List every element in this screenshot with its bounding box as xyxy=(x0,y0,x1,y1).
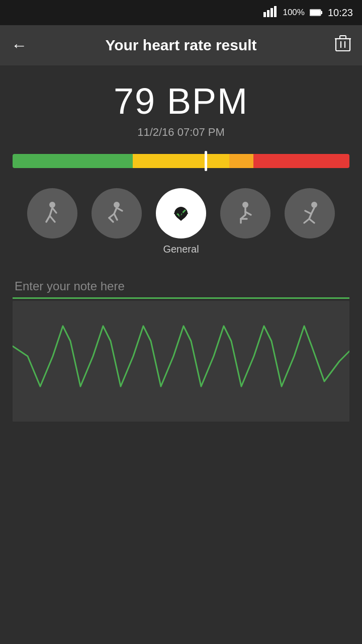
bpm-timestamp: 11/2/16 07:07 PM xyxy=(137,126,225,139)
hr-bar-marker xyxy=(205,151,207,171)
signal-icon xyxy=(263,6,278,20)
delete-button[interactable] xyxy=(335,35,351,56)
activity-item-bending xyxy=(92,188,142,238)
svg-line-16 xyxy=(52,208,56,213)
svg-line-21 xyxy=(117,208,122,211)
heart-rate-bar xyxy=(13,154,349,168)
svg-line-13 xyxy=(50,208,52,216)
activity-button-bending[interactable] xyxy=(92,188,142,238)
main-content: 79 BPM 11/2/16 07:07 PM xyxy=(0,65,362,432)
svg-line-33 xyxy=(304,219,309,223)
battery-label: 100% xyxy=(283,8,304,18)
activity-item-general: General xyxy=(156,188,206,255)
note-section xyxy=(13,275,349,299)
hr-bar-track xyxy=(13,154,349,168)
bpm-value: 79 BPM xyxy=(114,80,248,122)
activity-button-running[interactable] xyxy=(285,188,335,238)
svg-rect-7 xyxy=(336,39,350,51)
toolbar: ← Your heart rate result xyxy=(0,25,362,65)
svg-line-15 xyxy=(50,216,55,222)
note-input[interactable] xyxy=(13,275,349,299)
back-button[interactable]: ← xyxy=(11,36,27,55)
svg-line-30 xyxy=(311,208,314,214)
svg-point-23 xyxy=(242,202,248,208)
page-title: Your heart rate result xyxy=(27,37,335,54)
svg-line-22 xyxy=(109,218,113,222)
hr-bar-orange xyxy=(229,154,253,168)
activity-row: General xyxy=(14,188,348,255)
svg-rect-6 xyxy=(321,11,322,14)
ecg-chart xyxy=(13,301,349,422)
hr-bar-red xyxy=(253,154,349,168)
activity-button-sitting[interactable] xyxy=(220,188,270,238)
svg-rect-11 xyxy=(340,36,346,39)
hr-bar-yellow xyxy=(133,154,229,168)
hr-bar-green xyxy=(13,154,133,168)
svg-rect-5 xyxy=(310,10,320,15)
svg-line-14 xyxy=(46,216,50,222)
activity-item-running xyxy=(285,188,335,238)
svg-rect-0 xyxy=(263,12,266,17)
svg-rect-35 xyxy=(13,301,349,422)
activity-label-general: General xyxy=(163,244,199,255)
svg-point-17 xyxy=(114,202,120,208)
battery-icon xyxy=(310,9,323,17)
svg-rect-3 xyxy=(274,6,277,17)
activity-item-sitting xyxy=(220,188,270,238)
svg-rect-2 xyxy=(270,8,273,17)
status-bar: 100% 10:23 xyxy=(0,0,362,25)
activity-button-walking[interactable] xyxy=(27,188,77,238)
svg-line-18 xyxy=(114,208,117,214)
clock-label: 10:23 xyxy=(328,7,353,19)
svg-line-19 xyxy=(109,214,114,218)
svg-point-29 xyxy=(311,202,317,208)
svg-rect-1 xyxy=(267,10,269,17)
svg-line-20 xyxy=(114,214,117,220)
svg-line-31 xyxy=(305,211,311,214)
svg-point-12 xyxy=(49,202,55,208)
activity-button-general[interactable] xyxy=(156,188,206,238)
svg-line-34 xyxy=(309,219,314,223)
activity-item-walking xyxy=(27,188,77,238)
